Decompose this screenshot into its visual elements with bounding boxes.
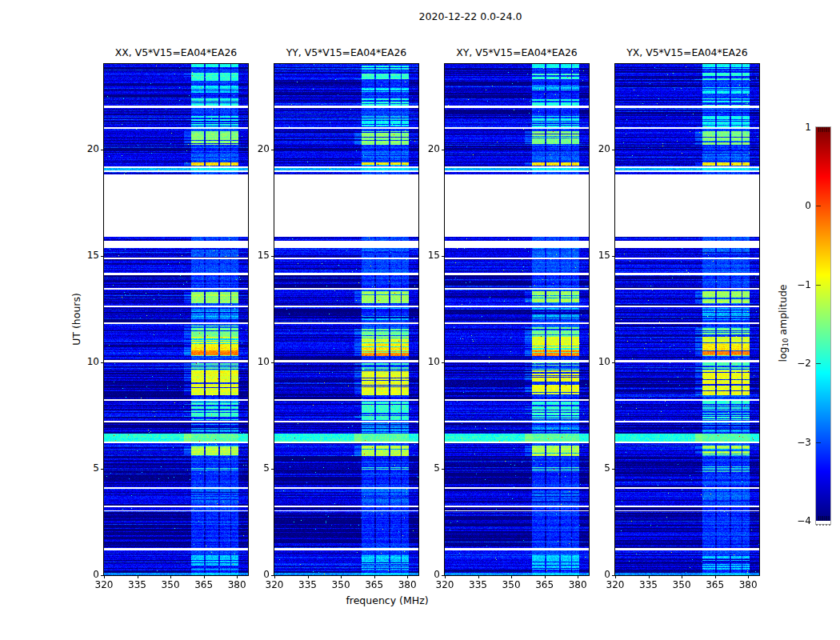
y-tick-label: 5 [72,462,99,474]
y-tick-label: 0 [72,569,99,581]
panel-title-yy: YY, V5*V15=EA04*EA26 [270,46,422,58]
x-tick-mark [138,575,138,578]
x-tick-label: 320 [429,579,461,591]
x-tick-label: 380 [732,579,764,591]
y-tick-label: 5 [583,462,610,474]
y-tick-mark [101,256,104,257]
y-tick-mark [271,150,274,150]
y-tick-label: 20 [72,143,99,155]
colorbar-tick-label: −4 [790,515,811,526]
y-tick-label: 20 [583,143,610,155]
colorbar-tick-label: −2 [790,358,811,369]
x-tick-label: 320 [258,579,290,591]
y-tick-mark [101,362,104,363]
y-tick-mark [612,362,615,363]
y-tick-mark [101,150,104,150]
spectrogram-panel [274,63,419,576]
y-tick-mark [612,575,615,576]
spectrogram-image [274,64,418,575]
x-tick-label: 350 [154,579,186,591]
x-tick-mark [104,575,105,578]
y-tick-mark [101,469,104,470]
spectrogram-figure: 2020-12-22 0.0-24.0 XX, V5*V15=EA04*EA26… [0,0,840,640]
y-tick-label: 20 [413,143,440,155]
x-tick-label: 365 [699,579,731,591]
spectrogram-panel [103,63,249,576]
y-tick-mark [271,362,274,363]
panel-title-xy: XY, V5*V15=EA04*EA26 [441,46,593,58]
x-tick-mark [578,575,578,578]
colorbar-label-subscript: 10 [782,338,790,347]
panel-title-yx: YX, V5*V15=EA04*EA26 [611,46,763,58]
x-tick-label: 320 [599,579,631,591]
y-tick-mark [442,575,445,576]
y-tick-mark [442,469,445,470]
x-tick-mark [649,575,650,578]
y-tick-mark [612,469,615,470]
x-tick-label: 350 [325,579,357,591]
x-tick-mark [204,575,205,578]
x-tick-mark [237,575,238,578]
spectrogram-image [104,64,248,575]
colorbar-tick-label: 0 [790,200,811,211]
x-tick-mark [478,575,479,578]
x-tick-label: 380 [562,579,594,591]
x-tick-label: 335 [122,579,154,591]
y-tick-label: 10 [583,356,610,368]
colorbar-tick-label: −1 [790,279,811,290]
y-axis-label: UT (hours) [70,293,82,346]
x-tick-mark [308,575,309,578]
x-tick-label: 380 [391,579,423,591]
y-tick-mark [442,150,445,150]
y-tick-mark [612,256,615,257]
x-tick-label: 365 [188,579,220,591]
x-tick-label: 365 [529,579,561,591]
x-tick-label: 335 [633,579,665,591]
y-tick-label: 20 [242,143,270,155]
y-tick-label: 0 [583,569,610,581]
x-tick-mark [715,575,716,578]
spectrogram-panel [444,63,590,576]
x-tick-mark [511,575,512,578]
x-tick-mark [682,575,682,578]
y-tick-label: 5 [242,462,270,474]
y-tick-mark [271,256,274,257]
x-tick-mark [274,575,275,578]
x-tick-mark [615,575,616,578]
y-tick-label: 10 [242,356,270,368]
x-tick-mark [374,575,375,578]
x-tick-label: 365 [358,579,390,591]
colorbar-tick-label: 1 [790,122,811,133]
y-tick-mark [101,575,104,576]
x-tick-label: 335 [462,579,494,591]
spectrogram-image [445,64,589,575]
y-tick-label: 0 [242,569,270,581]
x-tick-mark [170,575,171,578]
x-tick-label: 350 [666,579,698,591]
colorbar [815,126,831,525]
panel-title-xx: XX, V5*V15=EA04*EA26 [100,46,252,58]
y-tick-mark [271,469,274,470]
x-tick-mark [407,575,408,578]
x-tick-mark [445,575,446,578]
figure-title: 2020-12-22 0.0-24.0 [390,10,550,22]
y-tick-mark [271,575,274,576]
colorbar-label: log10 amplitude [777,284,792,362]
colorbar-end-dots [816,524,830,526]
y-tick-mark [442,256,445,257]
y-tick-label: 0 [413,569,440,581]
x-tick-label: 320 [88,579,120,591]
x-tick-label: 380 [221,579,253,591]
y-tick-label: 15 [413,250,440,262]
x-tick-mark [341,575,342,578]
colorbar-gradient [816,127,830,521]
x-tick-label: 335 [292,579,324,591]
y-tick-label: 15 [242,250,270,262]
x-tick-mark [545,575,546,578]
y-tick-label: 5 [413,462,440,474]
y-tick-label: 15 [583,250,610,262]
y-tick-mark [442,362,445,363]
colorbar-tick-label: −3 [790,437,811,448]
spectrogram-image [615,64,759,575]
y-tick-mark [612,150,615,150]
